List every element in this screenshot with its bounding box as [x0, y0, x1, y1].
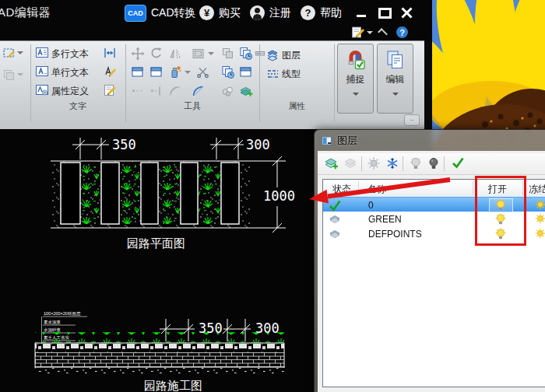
layer-on-bulb-icon[interactable] — [494, 199, 507, 211]
layer-status-icon — [328, 214, 342, 225]
layer-status-icon — [328, 229, 342, 240]
linetype-button[interactable]: 线型 — [266, 65, 301, 82]
layout-icon[interactable] — [131, 65, 145, 79]
maximize-button[interactable] — [376, 6, 393, 19]
join-icon[interactable] — [149, 84, 164, 98]
close-button[interactable] — [398, 6, 415, 19]
break-icon[interactable] — [131, 84, 145, 98]
add-to-group-icon[interactable] — [239, 84, 253, 98]
plan-view: 350 300 1000 园路平面图 — [51, 137, 295, 250]
edit-text-icon[interactable] — [104, 84, 116, 96]
layer-thaw-sun-icon[interactable] — [535, 199, 545, 210]
plan-dim-350: 350 — [112, 137, 136, 152]
array-icon[interactable] — [221, 47, 235, 61]
menu-help-label: 帮助 — [320, 6, 342, 20]
plan-dim-300: 300 — [246, 137, 270, 152]
dropdown-icon — [185, 71, 191, 74]
layer-row-green[interactable]: GREEN — [323, 212, 545, 226]
edit-button[interactable]: 编辑 — [377, 44, 413, 114]
column-status[interactable]: 状态 — [332, 183, 351, 196]
current-layer-check-icon — [329, 199, 341, 212]
new-layer-icon[interactable] — [324, 156, 338, 170]
column-name[interactable]: 名称 — [367, 183, 386, 196]
dropdown-icon — [392, 93, 399, 96]
multiline-text-button[interactable]: 多行文本 — [36, 45, 89, 62]
group-icon[interactable] — [221, 84, 235, 98]
viewport-icon[interactable] — [149, 65, 164, 79]
spell-check-icon[interactable] — [104, 65, 116, 78]
mirror-icon[interactable] — [168, 47, 182, 61]
copy-history-icon[interactable] — [239, 47, 253, 61]
layer-row-defpoints[interactable]: DEFPOINTS — [323, 226, 545, 241]
column-on[interactable]: 打开 — [488, 183, 507, 196]
menu-help[interactable]: ? 帮助 — [301, 0, 342, 26]
menu-cad-convert-label: CAD转换 — [151, 6, 196, 20]
minimize-button[interactable] — [353, 6, 370, 19]
dashed-box-pencil-icon — [2, 47, 15, 59]
trim-icon[interactable] — [196, 65, 210, 79]
layer-row-0[interactable]: 0 — [323, 197, 545, 212]
layer-off-bulb-icon[interactable] — [427, 156, 441, 170]
match-properties-button[interactable] — [168, 65, 191, 79]
spray-icon — [168, 65, 182, 79]
app-title: AD编辑器 — [0, 5, 51, 20]
plan-dim-1000: 1000 — [263, 188, 295, 204]
new-drawing-dropdown-icon[interactable] — [367, 31, 373, 34]
titlebar: AD编辑器 CAD CAD转换 ¥ 购买 注册 ? 帮助 — [0, 0, 432, 26]
rotate-icon[interactable] — [149, 47, 164, 61]
freeze-snowflake-icon[interactable] — [385, 156, 399, 170]
menu-register-label: 注册 — [269, 6, 291, 20]
ribbon-more-button[interactable]: .. — [404, 114, 420, 126]
chamfer-icon[interactable] — [192, 84, 206, 98]
copy-icon[interactable] — [221, 65, 235, 79]
layer-on-bulb-icon[interactable] — [494, 228, 507, 240]
fillet-icon[interactable] — [168, 84, 182, 98]
layer-thaw-sun-icon[interactable] — [535, 228, 545, 239]
menu-cad-convert[interactable]: CAD CAD转换 — [125, 0, 196, 26]
singleline-text-label: 单行文本 — [51, 66, 89, 79]
new-drawing-icon[interactable] — [351, 26, 365, 39]
question-circle-icon: ? — [301, 5, 315, 20]
layer-on-bulb-icon[interactable] — [409, 156, 423, 170]
singleline-text-button[interactable]: 单行文本 — [36, 64, 89, 81]
linetype-icon — [266, 68, 279, 80]
layers-icon — [266, 49, 279, 61]
menu-register[interactable]: 注册 — [250, 0, 291, 26]
layer-thaw-sun-icon[interactable] — [535, 213, 545, 224]
gray-copy-icon — [2, 68, 15, 81]
layers-button[interactable]: 图层 — [266, 47, 301, 64]
layer-dialog-titlebar[interactable]: 图层 — [315, 130, 545, 151]
attribute-define-button[interactable]: 属性定义 — [36, 82, 89, 100]
menu-purchase[interactable]: ¥ 购买 — [199, 0, 241, 26]
dropdown-icon — [17, 51, 23, 54]
copy-style-button[interactable] — [2, 68, 23, 81]
text-scale-icon[interactable] — [104, 47, 116, 59]
layer-dialog-toolbar — [318, 153, 545, 175]
thaw-sun-icon[interactable] — [367, 156, 381, 170]
edit-button-label: 编辑 — [386, 73, 405, 86]
collapse-ribbon-icon[interactable] — [378, 28, 388, 38]
edit-boundary-button[interactable] — [2, 47, 23, 59]
clip-frame-button[interactable] — [192, 47, 214, 61]
layer-dialog: 图层 状态 — [314, 129, 545, 392]
attribute-define-label: 属性定义 — [51, 85, 89, 98]
dropdown-icon — [17, 73, 23, 76]
plan-title: 园路平面图 — [127, 236, 185, 250]
screen: AD编辑器 CAD CAD转换 ¥ 购买 注册 ? 帮助 ? — [0, 0, 545, 392]
section-view: 100×200×20砖面层 素水泥浆 水泥砂浆 素土人工夯实 — [35, 311, 284, 392]
move-icon[interactable] — [131, 47, 145, 61]
text-group-label: 文字 — [31, 100, 125, 112]
yen-circle-icon: ¥ — [199, 5, 214, 20]
snap-button[interactable]: 捕捉 — [337, 44, 374, 114]
paste-icon[interactable] — [239, 65, 253, 79]
delete-layer-icon[interactable] — [343, 156, 357, 170]
help-icon[interactable]: ? — [396, 26, 408, 38]
layers-button-label: 图层 — [282, 49, 301, 62]
apply-check-icon[interactable] — [452, 156, 466, 170]
layer-on-bulb-icon[interactable] — [494, 213, 507, 225]
column-freeze[interactable]: 冻结 — [529, 183, 545, 196]
section-title: 园路施工图 — [144, 379, 202, 392]
snap-button-label: 捕捉 — [346, 73, 365, 86]
ribbon: 多行文本 单行文本 属性定义 文字 — [0, 40, 424, 129]
section-note-3: 水泥砂浆 — [44, 327, 62, 333]
